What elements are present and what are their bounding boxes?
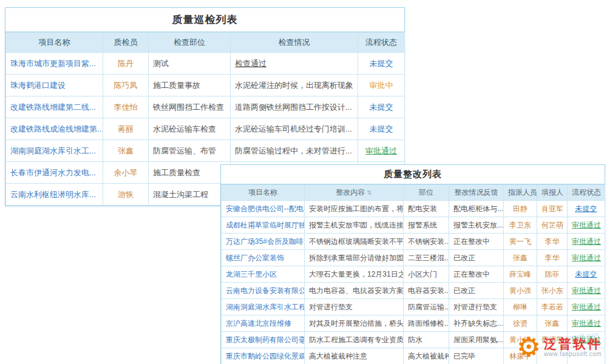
col-header-label: 填报人 [541,188,563,197]
table-row[interactable]: 万达广场35#会所及咖啡厅空...不锈钢边框玻璃隔断安装不平...不锈钢安装..… [222,234,605,250]
col-header-feedback[interactable]: 整改情况反馈 [449,185,504,201]
cell-status[interactable]: 审批通过 [358,140,405,162]
cell-status[interactable]: 审批通过 [568,250,605,266]
cell-content: 对其及时开展整治措施，桥头... [305,315,404,332]
table-row[interactable]: 湖南洞庭湖水库引水工...张鑫防腐管运输、布管防腐管运输过程中，未对管进行...… [6,140,405,162]
col-header-inspector[interactable]: 质检员 [103,33,149,53]
cell-assignee: 李卫东 [504,217,537,234]
table-row[interactable]: 螺丝厂办公室装饰拆除到承重墙部分请做好加固...二至三楼混...已改正张鑫李华审… [222,250,605,266]
inspection-header-row: 项目名称质检员检查部位检查情况流程状态 [6,33,405,53]
cell-status[interactable]: 未提交 [568,266,605,283]
cell-reporter: 李若若 [537,299,568,315]
cell-project[interactable]: 珠海鹤港口建设 [6,75,103,96]
cell-situation: 防腐管运输过程中，未对管进行... [231,140,358,162]
cell-part: 不锈钢安装... [404,234,449,250]
col-header-assignee[interactable]: 指派人员 [504,185,537,201]
col-header-label: 流程状态 [572,188,601,197]
cell-status[interactable]: 审批通过 [568,234,605,250]
cell-status[interactable]: 审批通过 [568,315,605,332]
cell-project[interactable]: 湖南洞庭湖水库引水工程施工1标 [222,299,305,315]
cell-status[interactable]: 审批通过 [568,217,605,234]
cell-reporter: 李华 [537,250,568,266]
cell-project[interactable]: 珠海市城市更新项目紫... [6,53,103,75]
table-row[interactable]: 安徽合肥供电公司--配电设备...安装时应按施工图的布置，将...配电安装配电柜… [222,201,605,217]
col-header-part[interactable]: 检查部位 [149,33,231,53]
sort-icon[interactable]: ⇅ [367,189,371,196]
cell-feedback: 已改正 [449,250,504,266]
cell-feedback: 已改正 [449,283,504,299]
cell-project[interactable]: 长春市伊通河水力发电... [6,162,103,184]
col-header-project[interactable]: 项目名称 [6,33,103,53]
cell-assignee: 黄小强 [504,283,537,299]
cell-part: 二至三楼混... [404,250,449,266]
table-row[interactable]: 京沪高速北京段维修对其及时开展整治措施，桥头...路面维修检...补齐缺失标志.… [222,315,605,332]
cell-inspector: 张鑫 [103,140,149,162]
cell-project[interactable]: 万达广场35#会所及咖啡厅空... [222,234,305,250]
cell-status[interactable]: 审批通过 [568,299,605,315]
col-header-status[interactable]: 流程状态 [568,185,605,201]
col-header-situation[interactable]: 检查情况 [231,33,358,53]
cell-project[interactable]: 云南水利枢纽潜明水库... [6,184,103,206]
col-header-part[interactable]: 部位 [404,185,449,201]
cell-project[interactable]: 湖南洞庭湖水库引水工... [6,140,103,162]
col-header-label: 流程状态 [365,38,397,47]
col-header-project[interactable]: 项目名称 [222,185,305,201]
cell-status[interactable]: 未提交 [358,96,405,118]
cell-project[interactable]: 螺丝厂办公室装饰 [222,250,305,266]
cell-assignee: 徐贤 [504,315,537,332]
cell-project[interactable]: 改建铁路线成渝线增建第... [6,118,103,140]
cell-part: 配电安装 [404,201,449,217]
col-header-label: 项目名称 [248,188,277,197]
col-header-status[interactable]: 流程状态 [358,33,405,53]
col-header-content[interactable]: 整改内容⇅ [305,185,404,201]
cell-assignee: 田静 [504,201,537,217]
cell-project[interactable]: 龙湖三千里小区 [222,266,305,283]
cell-content: 对管进行垫支 [305,299,404,315]
cell-project[interactable]: 成都杜甫草堂临时展厅独立展... [222,217,305,234]
cell-situation: 道路两侧铁丝网围挡工作按设计... [231,96,358,118]
cell-content: 不锈钢边框玻璃隔断安装不平... [305,234,404,250]
table-row[interactable]: 珠海市城市更新项目紫...陈丹测试检查通过未提交 [6,53,405,75]
table-row[interactable]: 珠海鹤港口建设陈巧凤施工质量事故水泥砼灌注的时候，出现离析现象审批中 [6,75,405,96]
cell-part: 测试 [149,53,231,75]
cell-content: 高大植被栽种注意 [305,348,404,364]
cell-project[interactable]: 安徽合肥供电公司--配电设备... [222,201,305,217]
cell-content: 大理石大量更换，12月31日之... [305,266,404,283]
cell-reporter: 陈菲 [537,266,568,283]
inspection-table-title: 质量巡检列表 [5,8,404,32]
col-header-reporter[interactable]: 填报人 [537,185,568,201]
cell-status[interactable]: 审批中 [358,75,405,96]
cell-status[interactable]: 未提交 [568,201,605,217]
table-row[interactable]: 龙湖三千里小区大理石大量更换，12月31日之...小区大门正在整改中薛宝峰陈菲未… [222,266,605,283]
cell-status[interactable]: 未提交 [358,118,405,140]
cell-project[interactable]: 云南电力设备安装有限公司20... [222,283,305,299]
cell-part: 防水 [404,332,449,348]
cell-feedback: 对管进行垫支 [449,299,504,315]
cell-situation: 水泥砼灌注的时候，出现离析现象 [231,75,358,96]
cell-inspector: 陈巧凤 [103,75,149,96]
rectification-header-row: 项目名称整改内容⇅部位整改情况反馈指派人员填报人流程状态 [222,185,605,201]
cell-status[interactable]: 审批通过 [568,283,605,299]
col-header-label: 检查部位 [174,38,205,47]
table-row[interactable]: 改建铁路线成渝线增建第...蒋丽水泥砼运输车检查水泥砼运输车司机经过专门培训..… [6,118,405,140]
cell-project[interactable]: 重庆太极制药有限公司毫州中... [222,332,305,348]
table-row[interactable]: 湖南洞庭湖水库引水工程施工1标对管进行垫支防腐管运输...对管进行垫支柳琳李若若… [222,299,605,315]
table-row[interactable]: 改建铁路线增建第二线...李佳怡铁丝网围挡工作检查道路两侧铁丝网围挡工作按设计.… [6,96,405,118]
cell-feedback: 报警主机安放... [449,217,504,234]
cell-project[interactable]: 改建铁路线增建第二线... [6,96,103,118]
cell-status[interactable]: 未提交 [358,53,405,75]
table-row[interactable]: 云南电力设备安装有限公司20...电力电容器、电抗器安装方案...电容器安装..… [222,283,605,299]
cell-assignee: 薛宝峰 [504,266,537,283]
cell-project[interactable]: 重庆市鹅岭公园绿化景观提升... [222,348,305,364]
cell-feedback: 正在整改中 [449,234,504,250]
cell-project[interactable]: 京沪高速北京段维修 [222,315,305,332]
table-row[interactable]: 成都杜甫草堂临时展厅独立展...报警主机安放牢固，线缆连接...报警系统报警主机… [222,217,605,234]
cell-assignee: 张鑫 [504,250,537,266]
brand-url: www.fanpusoft.com [544,351,602,357]
cell-part: 路面维修检... [404,315,449,332]
cell-inspector: 游恢 [103,184,149,206]
cell-part: 防腐管运输... [404,299,449,315]
cell-inspector: 李佳怡 [103,96,149,118]
brand-watermark: ⚙ 泛普软件 www.fanpusoft.com [517,334,602,360]
cell-part: 混凝土沟渠工程 [149,184,231,206]
